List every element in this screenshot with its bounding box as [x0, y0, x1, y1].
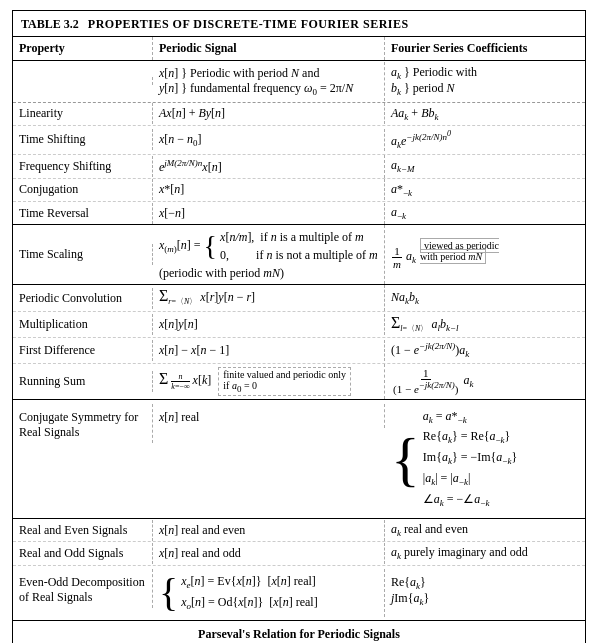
coeff-periodic-conv: Nakbk	[385, 287, 585, 309]
row-linearity: Linearity Ax[n] + By[n] Aak + Bbk	[13, 103, 585, 126]
signal-time-reversal: x[−n]	[153, 203, 385, 224]
row-time-reversal: Time Reversal x[−n] a−k	[13, 202, 585, 225]
signal-first-diff: x[n] − x[n − 1]	[153, 340, 385, 361]
time-scaling-eq: x(m)[n] = { x[n/m], if n is a multiple o…	[159, 228, 378, 264]
signal-col-header: Periodic Signal	[153, 37, 385, 60]
coeff-col-header: Fourier Series Coefficients	[385, 37, 585, 60]
coeff-frequency-shifting: ak−M	[385, 155, 585, 177]
prop-multiplication: Multiplication	[13, 314, 153, 335]
signal-periodic-conv: Σr=〈N〉 x[r]y[n − r]	[153, 285, 385, 310]
row-periodic-conv: Periodic Convolution Σr=〈N〉 x[r]y[n − r]…	[13, 285, 585, 311]
prop-linearity: Linearity	[13, 103, 153, 124]
row-conjugation: Conjugation x*[n] a*−k	[13, 179, 585, 202]
parseval-label: Parseval's Relation for Periodic Signals	[21, 627, 577, 642]
prop-time-scaling: Time Scaling	[13, 244, 153, 265]
signal-time-shifting: x[n − n0]	[153, 129, 385, 151]
column-headers: Property Periodic Signal Fourier Series …	[13, 37, 585, 61]
property-col-header: Property	[13, 37, 153, 60]
signal-even-odd-decomp: { xe[n] = Ev{x[n]} [x[n] real] xo[n] = O…	[153, 569, 385, 617]
main-table: TABLE 3.2 PROPERTIES OF DISCRETE-TIME FO…	[12, 10, 586, 643]
coeff-running-sum: 1 (1 − e−jk(2π/N)) ak	[385, 364, 585, 398]
row-time-shifting: Time Shifting x[n − n0] ake−jk(2π/N)n0	[13, 126, 585, 154]
coeff-time-shifting: ake−jk(2π/N)n0	[385, 126, 585, 153]
row-time-scaling: Time Scaling x(m)[n] = { x[n/m], if n is…	[13, 225, 585, 285]
coeff-real-odd: ak purely imaginary and odd	[385, 542, 585, 564]
signal-real-odd: x[n] real and odd	[153, 543, 385, 564]
intro-signal-line2: y[n] } fundamental frequency ω0 = 2π/N	[159, 81, 378, 97]
prop-even-odd-decomp: Even-Odd Decompositionof Real Signals	[13, 569, 153, 608]
signal-multiplication: x[n]y[n]	[153, 314, 385, 335]
intro-signal-line1: x[n] } Periodic with period N and	[159, 66, 378, 81]
intro-prop-cell	[13, 77, 153, 85]
table-number: TABLE 3.2	[21, 17, 79, 31]
coeff-multiplication: Σl=〈N〉 albk−l	[385, 312, 585, 337]
signal-conj-sym: x[n] real	[153, 404, 385, 428]
intro-coeff-line1: ak } Periodic with	[391, 65, 579, 81]
signal-running-sum: Σ n k=−∞ x[k] finite valued and periodic…	[153, 364, 385, 399]
prop-time-shifting: Time Shifting	[13, 129, 153, 150]
time-scaling-note: (periodic with period mN)	[159, 266, 378, 281]
table-header: TABLE 3.2 PROPERTIES OF DISCRETE-TIME FO…	[13, 11, 585, 37]
coeff-linearity: Aak + Bbk	[385, 103, 585, 125]
running-sum-eq: Σ n k=−∞ x[k] finite valued and periodic…	[159, 367, 378, 396]
coeff-conj-sym: { ak = a*−k Re{ak} = Re{a−k} Im{ak} = −I…	[385, 404, 585, 514]
coeff-real-even: ak real and even	[385, 519, 585, 541]
prop-running-sum: Running Sum	[13, 371, 153, 392]
parseval-section: Parseval's Relation for Periodic Signals…	[13, 621, 585, 643]
coeff-time-reversal: a−k	[385, 202, 585, 224]
intro-signal-cell: x[n] } Periodic with period N and y[n] }…	[153, 62, 385, 101]
row-even-odd-decomp: Even-Odd Decompositionof Real Signals { …	[13, 566, 585, 621]
prop-time-reversal: Time Reversal	[13, 203, 153, 224]
row-frequency-shifting: Frequency Shifting ejM(2π/N)nx[n] ak−M	[13, 155, 585, 179]
intro-coeff-cell: ak } Periodic with bk } period N	[385, 61, 585, 102]
prop-real-even: Real and Even Signals	[13, 520, 153, 541]
prop-periodic-conv: Periodic Convolution	[13, 288, 153, 309]
row-first-diff: First Difference x[n] − x[n − 1] (1 − e−…	[13, 338, 585, 363]
prop-frequency-shifting: Frequency Shifting	[13, 156, 153, 177]
row-multiplication: Multiplication x[n]y[n] Σl=〈N〉 albk−l	[13, 312, 585, 338]
row-real-even: Real and Even Signals x[n] real and even…	[13, 519, 585, 542]
signal-frequency-shifting: ejM(2π/N)nx[n]	[153, 155, 385, 178]
coeff-even-odd-decomp: Re{ak} jIm{ak}	[385, 569, 585, 611]
signal-real-even: x[n] real and even	[153, 520, 385, 541]
prop-conjugation: Conjugation	[13, 179, 153, 200]
prop-real-odd: Real and Odd Signals	[13, 543, 153, 564]
prop-first-diff: First Difference	[13, 340, 153, 361]
row-running-sum: Running Sum Σ n k=−∞ x[k] finite valued …	[13, 364, 585, 400]
row-real-odd: Real and Odd Signals x[n] real and odd a…	[13, 542, 585, 565]
signal-linearity: Ax[n] + By[n]	[153, 103, 385, 124]
coeff-time-scaling: 1m ak viewed as periodicwith period mN	[385, 236, 585, 273]
intro-row: x[n] } Periodic with period N and y[n] }…	[13, 61, 585, 103]
prop-conj-sym: Conjugate Symmetry forReal Signals	[13, 404, 153, 443]
intro-coeff-line2: bk } period N	[391, 81, 579, 97]
table-title: PROPERTIES OF DISCRETE-TIME FOURIER SERI…	[88, 17, 409, 31]
signal-time-scaling: x(m)[n] = { x[n/m], if n is a multiple o…	[153, 225, 385, 284]
coeff-conjugation: a*−k	[385, 179, 585, 201]
row-conj-sym: Conjugate Symmetry forReal Signals x[n] …	[13, 400, 585, 519]
coeff-first-diff: (1 − e−jk(2π/N))ak	[385, 338, 585, 362]
signal-conjugation: x*[n]	[153, 179, 385, 200]
